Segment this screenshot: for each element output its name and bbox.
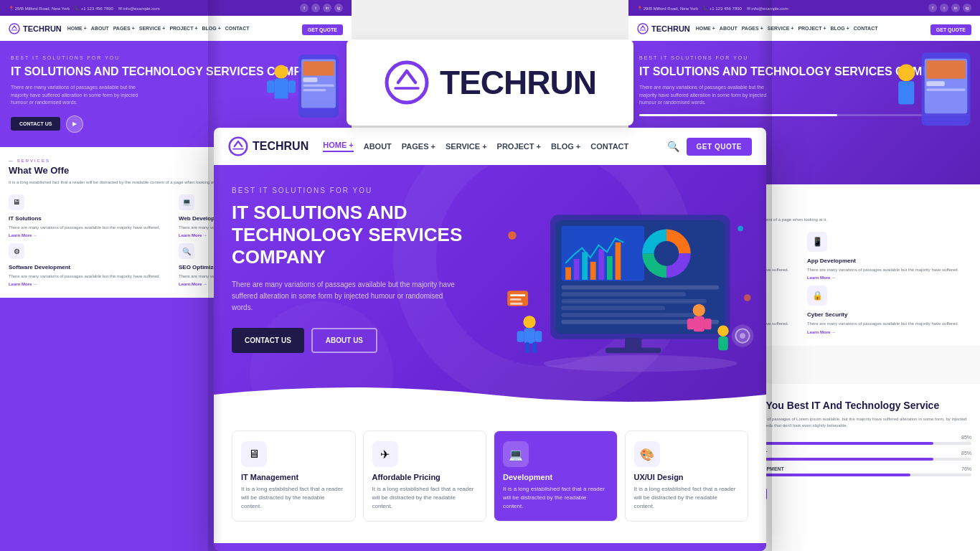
- it-mgmt-icon: 🖥: [241, 441, 267, 467]
- left-service-software-desc: There are many variations of passages av…: [9, 273, 173, 279]
- main-center-panel: TECHRUN HOME + ABOUT PAGES + SERVICE + P…: [214, 128, 766, 551]
- left-contact-btn[interactable]: CONTACT US: [11, 117, 60, 131]
- card-ux-desc: It is a long established fact that a rea…: [634, 485, 740, 511]
- right-nav-contact[interactable]: CONTACT: [854, 26, 878, 31]
- right-service-app-link[interactable]: Learn More →: [807, 276, 971, 280]
- left-service-it-desc: There are many variations of passages av…: [9, 225, 173, 230]
- nav-project[interactable]: PROJECT +: [497, 142, 541, 151]
- left-address: 📍 29/B Milford Road, New York 📞 +1 123 4…: [9, 6, 160, 11]
- hero-title: IT SOLUTIONS AND TECHNOLOGY SERVICES COM…: [232, 202, 476, 269]
- right-cyber-icon: 🔒: [807, 286, 827, 306]
- center-logo-icon: [384, 60, 430, 105]
- left-service-software: ⚙ Software Development There are many va…: [9, 243, 173, 286]
- left-nav-about[interactable]: ABOUT: [91, 26, 109, 31]
- right-facebook-icon[interactable]: f: [928, 4, 937, 12]
- svg-rect-15: [926, 81, 945, 86]
- nav-about[interactable]: ABOUT: [364, 142, 392, 151]
- services-section: 🖥 IT Management It is a long established…: [214, 409, 766, 543]
- right-shadow: [758, 0, 772, 551]
- get-quote-btn[interactable]: GET QUOTE: [687, 138, 752, 156]
- card-pricing-desc: It is a long established fact that a rea…: [372, 485, 478, 511]
- svg-point-7: [274, 65, 288, 78]
- right-service-cyber: 🔒 Cyber Security There are many variatio…: [807, 286, 971, 334]
- left-social-icons: f t in ig: [300, 4, 343, 12]
- left-nav-service[interactable]: SERVICE +: [139, 26, 166, 31]
- main-logo-text: TECHRUN: [253, 140, 308, 153]
- svg-rect-10: [288, 80, 296, 93]
- svg-rect-4: [303, 77, 317, 82]
- left-logo: TECHRUN: [9, 23, 62, 34]
- right-nav-links: HOME + ABOUT PAGES + SERVICE + PROJECT +…: [696, 26, 878, 31]
- nav-home[interactable]: HOME +: [323, 141, 353, 152]
- hero-desc: There are many variations of passages av…: [232, 279, 461, 314]
- card-it-management: 🖥 IT Management It is a long established…: [232, 430, 356, 522]
- left-hero-desc: There are many variations of passages av…: [11, 84, 154, 107]
- hero-section: BEST IT SOLUTIONS FOR YOU IT SOLUTIONS A…: [214, 165, 766, 409]
- hero-buttons: CONTACT US ABOUT US: [232, 328, 748, 353]
- nav-service[interactable]: SERVICE +: [446, 142, 487, 151]
- right-service-cyber-desc: There are many variations of passages av…: [807, 321, 971, 326]
- right-app-icon: 📱: [807, 232, 827, 252]
- right-navbar: TECHRUN HOME + ABOUT PAGES + SERVICE + P…: [628, 16, 980, 41]
- right-progress-fill: [639, 114, 837, 116]
- about-us-btn[interactable]: ABOUT US: [311, 328, 377, 353]
- right-instagram-icon[interactable]: ig: [963, 4, 971, 12]
- right-nav-project[interactable]: PROJECT +: [798, 26, 826, 31]
- svg-point-19: [387, 62, 427, 103]
- right-nav-blog[interactable]: BLOG +: [831, 26, 849, 31]
- nav-pages[interactable]: PAGES +: [402, 142, 435, 151]
- card-ux-title: UX/UI Design: [634, 473, 740, 481]
- twitter-icon[interactable]: t: [311, 4, 320, 12]
- facebook-icon[interactable]: f: [300, 4, 308, 12]
- left-navbar: TECHRUN HOME + ABOUT PAGES + SERVICE + P…: [0, 16, 352, 41]
- main-logo-icon: [228, 136, 248, 156]
- right-service-app-title: App Development: [807, 258, 971, 264]
- contact-us-btn[interactable]: CONTACT US: [232, 328, 304, 353]
- skill-web-pct: 85%: [961, 451, 971, 456]
- right-twitter-icon[interactable]: t: [940, 4, 948, 12]
- left-play-btn[interactable]: ▶: [66, 116, 83, 133]
- right-logo-icon: [637, 23, 649, 34]
- left-nav-contact[interactable]: CONTACT: [225, 26, 250, 31]
- left-service-it-link[interactable]: Learn More →: [9, 233, 173, 237]
- search-btn[interactable]: 🔍: [667, 141, 679, 152]
- linkedin-icon[interactable]: in: [323, 4, 331, 12]
- instagram-icon[interactable]: ig: [334, 4, 343, 12]
- right-top-bar: 📍 29/B Milford Road, New York 📞 +1 123 4…: [628, 0, 980, 16]
- card-pricing: ✈ Affordable Pricing It is a long establ…: [363, 430, 487, 522]
- left-top-bar: 📍 29/B Milford Road, New York 📞 +1 123 4…: [0, 0, 352, 16]
- left-nav-pages[interactable]: PAGES +: [113, 26, 135, 31]
- right-service-cyber-link[interactable]: Learn More →: [807, 330, 971, 334]
- right-service-app-desc: There are many variations of passages av…: [807, 267, 971, 273]
- dev-icon: 💻: [503, 441, 529, 467]
- ux-icon: 🎨: [634, 441, 660, 467]
- card-it-desc: It is a long established fact that a rea…: [241, 485, 347, 511]
- svg-rect-14: [926, 60, 965, 79]
- left-service-software-link[interactable]: Learn More →: [9, 282, 173, 286]
- hero-content: BEST IT SOLUTIONS FOR YOU IT SOLUTIONS A…: [214, 165, 766, 367]
- web-dev-icon: 💻: [179, 194, 194, 210]
- right-nav-right: GET QUOTE: [930, 22, 971, 35]
- right-nav-home[interactable]: HOME +: [696, 26, 715, 31]
- nav-blog[interactable]: BLOG +: [551, 142, 580, 151]
- left-service-it-title: IT Solutions: [9, 215, 173, 222]
- left-get-quote-btn[interactable]: GET QUOTE: [302, 24, 343, 35]
- right-logo: TECHRUN: [637, 23, 690, 34]
- svg-point-17: [897, 64, 915, 81]
- left-nav-project[interactable]: PROJECT +: [169, 26, 197, 31]
- pricing-icon: ✈: [372, 441, 398, 467]
- right-linkedin-icon[interactable]: in: [951, 4, 960, 12]
- card-pricing-title: Affordable Pricing: [372, 473, 478, 481]
- left-logo-icon: [9, 23, 20, 34]
- card-ux-design: 🎨 UX/UI Design It is a long established …: [625, 430, 749, 522]
- software-icon: ⚙: [9, 243, 24, 259]
- nav-contact[interactable]: CONTACT: [590, 142, 628, 151]
- skill-software-pct: 76%: [961, 466, 971, 471]
- main-navbar: TECHRUN HOME + ABOUT PAGES + SERVICE + P…: [214, 128, 766, 165]
- right-nav-about[interactable]: ABOUT: [720, 26, 738, 31]
- left-nav-right: GET QUOTE: [302, 22, 343, 35]
- right-get-quote-btn[interactable]: GET QUOTE: [930, 24, 971, 35]
- left-nav-home[interactable]: HOME +: [67, 26, 87, 31]
- svg-rect-9: [267, 80, 274, 93]
- card-dev-title: Development: [503, 473, 608, 481]
